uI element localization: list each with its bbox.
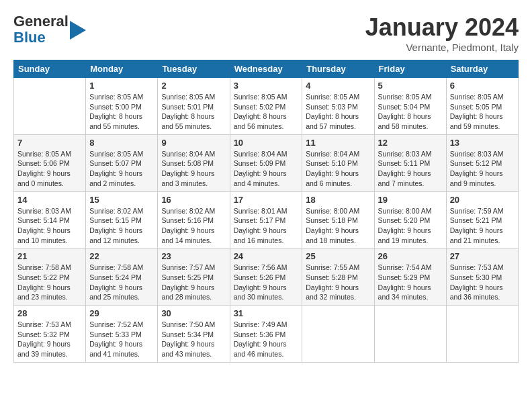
day-info: Sunrise: 8:05 AM Sunset: 5:01 PM Dayligh…	[161, 92, 226, 132]
calendar-week-row: 7Sunrise: 8:05 AM Sunset: 5:06 PM Daylig…	[14, 134, 519, 191]
day-info: Sunrise: 7:58 AM Sunset: 5:24 PM Dayligh…	[89, 263, 154, 302]
weekday-header: Monday	[86, 60, 158, 78]
day-number: 30	[161, 308, 226, 318]
day-info: Sunrise: 8:03 AM Sunset: 5:12 PM Dayligh…	[450, 149, 515, 189]
day-info: Sunrise: 8:00 AM Sunset: 5:20 PM Dayligh…	[378, 206, 443, 246]
day-number: 12	[378, 138, 443, 148]
logo-blue: Blue	[13, 30, 69, 46]
day-info: Sunrise: 7:55 AM Sunset: 5:28 PM Dayligh…	[306, 263, 370, 302]
calendar-table: SundayMondayTuesdayWednesdayThursdayFrid…	[13, 60, 519, 363]
calendar-cell: 9Sunrise: 8:04 AM Sunset: 5:08 PM Daylig…	[158, 134, 230, 191]
calendar-cell: 19Sunrise: 8:00 AM Sunset: 5:20 PM Dayli…	[374, 191, 446, 248]
calendar-cell: 2Sunrise: 8:05 AM Sunset: 5:01 PM Daylig…	[158, 78, 230, 135]
day-number: 4	[306, 81, 370, 91]
calendar-cell: 30Sunrise: 7:50 AM Sunset: 5:34 PM Dayli…	[158, 306, 230, 363]
calendar-cell	[14, 78, 86, 135]
day-number: 13	[450, 138, 515, 148]
calendar-cell: 26Sunrise: 7:54 AM Sunset: 5:29 PM Dayli…	[374, 248, 446, 306]
calendar-cell: 28Sunrise: 7:53 AM Sunset: 5:32 PM Dayli…	[14, 306, 86, 363]
calendar-cell: 23Sunrise: 7:57 AM Sunset: 5:25 PM Dayli…	[158, 248, 230, 306]
calendar-cell: 29Sunrise: 7:52 AM Sunset: 5:33 PM Dayli…	[86, 306, 158, 363]
calendar-cell: 12Sunrise: 8:03 AM Sunset: 5:11 PM Dayli…	[374, 134, 446, 191]
calendar-cell: 27Sunrise: 7:53 AM Sunset: 5:30 PM Dayli…	[446, 248, 518, 306]
calendar-cell: 25Sunrise: 7:55 AM Sunset: 5:28 PM Dayli…	[302, 248, 374, 306]
day-info: Sunrise: 7:49 AM Sunset: 5:36 PM Dayligh…	[234, 320, 299, 359]
day-number: 1	[89, 81, 154, 91]
day-info: Sunrise: 7:58 AM Sunset: 5:22 PM Dayligh…	[17, 263, 82, 302]
day-number: 7	[17, 138, 82, 148]
day-number: 5	[378, 81, 443, 91]
day-info: Sunrise: 8:03 AM Sunset: 5:14 PM Dayligh…	[17, 206, 82, 246]
day-number: 6	[450, 81, 515, 91]
weekday-header: Tuesday	[158, 60, 230, 78]
calendar-cell: 13Sunrise: 8:03 AM Sunset: 5:12 PM Dayli…	[446, 134, 518, 191]
location: Vernante, Piedmont, Italy	[365, 42, 519, 53]
calendar-cell: 6Sunrise: 8:05 AM Sunset: 5:05 PM Daylig…	[446, 78, 518, 135]
day-number: 31	[234, 308, 299, 318]
logo-general: General	[13, 13, 69, 30]
weekday-header: Thursday	[302, 60, 374, 78]
weekday-header: Friday	[374, 60, 446, 78]
day-info: Sunrise: 8:04 AM Sunset: 5:09 PM Dayligh…	[234, 149, 299, 189]
calendar-cell	[374, 306, 446, 363]
calendar-header: SundayMondayTuesdayWednesdayThursdayFrid…	[14, 60, 519, 78]
day-info: Sunrise: 8:05 AM Sunset: 5:03 PM Dayligh…	[306, 92, 370, 132]
day-number: 25	[306, 251, 370, 261]
logo-icon	[70, 21, 86, 40]
calendar-cell	[446, 306, 518, 363]
day-info: Sunrise: 7:56 AM Sunset: 5:26 PM Dayligh…	[234, 263, 299, 302]
weekday-header: Wednesday	[230, 60, 302, 78]
day-info: Sunrise: 8:05 AM Sunset: 5:07 PM Dayligh…	[89, 149, 154, 189]
calendar-cell: 21Sunrise: 7:58 AM Sunset: 5:22 PM Dayli…	[14, 248, 86, 306]
calendar-cell: 16Sunrise: 8:02 AM Sunset: 5:16 PM Dayli…	[158, 191, 230, 248]
day-info: Sunrise: 8:05 AM Sunset: 5:00 PM Dayligh…	[89, 92, 154, 132]
calendar-week-row: 14Sunrise: 8:03 AM Sunset: 5:14 PM Dayli…	[14, 191, 519, 248]
day-info: Sunrise: 8:02 AM Sunset: 5:15 PM Dayligh…	[89, 206, 154, 246]
day-info: Sunrise: 7:53 AM Sunset: 5:30 PM Dayligh…	[450, 263, 515, 302]
day-number: 21	[17, 251, 82, 261]
page-header: General Blue January 2024 Vernante, Pied…	[13, 13, 519, 53]
day-number: 26	[378, 251, 443, 261]
calendar-week-row: 21Sunrise: 7:58 AM Sunset: 5:22 PM Dayli…	[14, 248, 519, 306]
logo: General Blue	[13, 13, 86, 46]
day-info: Sunrise: 7:57 AM Sunset: 5:25 PM Dayligh…	[161, 263, 226, 302]
calendar-cell: 17Sunrise: 8:01 AM Sunset: 5:17 PM Dayli…	[230, 191, 302, 248]
day-number: 23	[161, 251, 226, 261]
day-number: 16	[161, 195, 226, 205]
day-number: 24	[234, 251, 299, 261]
day-info: Sunrise: 7:53 AM Sunset: 5:32 PM Dayligh…	[17, 320, 82, 359]
day-info: Sunrise: 7:50 AM Sunset: 5:34 PM Dayligh…	[161, 320, 226, 359]
day-info: Sunrise: 8:05 AM Sunset: 5:06 PM Dayligh…	[17, 149, 82, 189]
day-info: Sunrise: 8:05 AM Sunset: 5:04 PM Dayligh…	[378, 92, 443, 132]
day-number: 11	[306, 138, 370, 148]
day-number: 10	[234, 138, 299, 148]
day-number: 22	[89, 251, 154, 261]
weekday-header: Sunday	[14, 60, 86, 78]
day-number: 19	[378, 195, 443, 205]
day-number: 9	[161, 138, 226, 148]
weekday-header: Saturday	[446, 60, 518, 78]
calendar-cell: 24Sunrise: 7:56 AM Sunset: 5:26 PM Dayli…	[230, 248, 302, 306]
calendar-cell: 8Sunrise: 8:05 AM Sunset: 5:07 PM Daylig…	[86, 134, 158, 191]
day-number: 8	[89, 138, 154, 148]
month-title: January 2024	[365, 13, 519, 42]
day-number: 28	[17, 308, 82, 318]
calendar-cell	[302, 306, 374, 363]
weekday-row: SundayMondayTuesdayWednesdayThursdayFrid…	[14, 60, 519, 78]
calendar-cell: 20Sunrise: 7:59 AM Sunset: 5:21 PM Dayli…	[446, 191, 518, 248]
day-number: 2	[161, 81, 226, 91]
calendar-cell: 31Sunrise: 7:49 AM Sunset: 5:36 PM Dayli…	[230, 306, 302, 363]
calendar-cell: 3Sunrise: 8:05 AM Sunset: 5:02 PM Daylig…	[230, 78, 302, 135]
day-number: 15	[89, 195, 154, 205]
svg-marker-0	[70, 21, 86, 40]
calendar-cell: 7Sunrise: 8:05 AM Sunset: 5:06 PM Daylig…	[14, 134, 86, 191]
day-info: Sunrise: 7:52 AM Sunset: 5:33 PM Dayligh…	[89, 320, 154, 359]
day-info: Sunrise: 8:03 AM Sunset: 5:11 PM Dayligh…	[378, 149, 443, 189]
calendar-week-row: 1Sunrise: 8:05 AM Sunset: 5:00 PM Daylig…	[14, 78, 519, 135]
day-number: 20	[450, 195, 515, 205]
day-number: 27	[450, 251, 515, 261]
calendar-cell: 10Sunrise: 8:04 AM Sunset: 5:09 PM Dayli…	[230, 134, 302, 191]
day-number: 18	[306, 195, 370, 205]
calendar-cell: 11Sunrise: 8:04 AM Sunset: 5:10 PM Dayli…	[302, 134, 374, 191]
calendar-cell: 18Sunrise: 8:00 AM Sunset: 5:18 PM Dayli…	[302, 191, 374, 248]
